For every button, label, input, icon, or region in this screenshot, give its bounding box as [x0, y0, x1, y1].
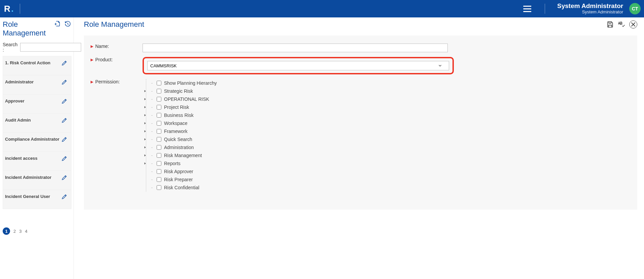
name-input[interactable] [143, 44, 448, 52]
tree-connector: ··· [149, 81, 154, 85]
user-role: System Administrator [557, 10, 623, 14]
edit-icon[interactable] [61, 60, 68, 66]
product-select[interactable] [147, 61, 449, 70]
permission-node: ···Strategic Risk [144, 87, 217, 95]
edit-icon[interactable] [61, 98, 68, 104]
permission-node: ···Reports [144, 159, 217, 167]
role-item[interactable]: 1. Risk Control Action [3, 56, 71, 75]
permission-label: Business Risk [164, 113, 194, 118]
logo-letter: R [4, 4, 10, 14]
role-item[interactable]: Administrator [3, 75, 71, 94]
role-item-label: Incident General User [5, 194, 50, 199]
expand-caret-icon[interactable] [144, 114, 147, 117]
edit-icon[interactable] [61, 79, 68, 85]
permission-checkbox[interactable] [157, 145, 161, 150]
permission-checkbox[interactable] [157, 137, 161, 142]
tree-connector: ··· [149, 113, 154, 118]
permission-node: ···Workspace [144, 119, 217, 127]
permission-tree: ···Show Planning Hierarchy···Strategic R… [144, 79, 217, 192]
tree-connector: ··· [149, 161, 154, 166]
save-icon[interactable] [606, 21, 614, 28]
permission-node: ···Framework [144, 127, 217, 135]
tree-connector: ··· [149, 89, 154, 93]
page-title: Role Management [84, 20, 144, 29]
permission-label: Framework [164, 129, 187, 134]
expand-caret-icon[interactable] [144, 90, 147, 92]
permission-label: Risk Preparer [164, 177, 193, 182]
role-item[interactable]: Audit Admin [3, 114, 71, 133]
role-list: 1. Risk Control ActionAdministratorAppro… [3, 56, 71, 209]
permission-node: ···Administration [144, 143, 217, 151]
permission-checkbox[interactable] [157, 81, 161, 85]
role-item-label: Audit Admin [5, 118, 31, 123]
permission-label: Risk Confidential [164, 185, 199, 190]
expand-caret-icon[interactable] [144, 138, 147, 141]
tree-connector: ··· [149, 185, 154, 190]
role-item-label: 1. Risk Control Action [5, 60, 50, 65]
permission-checkbox[interactable] [157, 153, 161, 158]
role-item-label: Administrator [5, 79, 34, 84]
expand-caret-icon[interactable] [144, 162, 147, 165]
permission-label: Reports [164, 161, 180, 166]
permission-node: ···Risk Management [144, 151, 217, 159]
edit-icon[interactable] [61, 136, 68, 143]
permission-checkbox[interactable] [157, 89, 161, 93]
permission-checkbox[interactable] [157, 185, 161, 190]
permission-node: ···Risk Confidential [144, 184, 217, 192]
expand-caret-icon[interactable] [144, 122, 147, 125]
logo-dot: . [11, 4, 14, 14]
role-item[interactable]: Incident Administrator [3, 171, 71, 190]
tree-connector: ··· [149, 177, 154, 182]
expand-caret-icon[interactable] [144, 98, 147, 100]
pager-page[interactable]: 2 [13, 229, 16, 234]
pager-page[interactable]: 3 [19, 229, 21, 234]
role-item[interactable]: Incident General User [3, 190, 71, 209]
permission-checkbox[interactable] [157, 105, 161, 110]
new-role-icon[interactable] [53, 20, 61, 27]
expand-caret-icon[interactable] [144, 154, 147, 157]
pager-page[interactable]: 4 [25, 229, 27, 234]
menu-icon[interactable] [522, 4, 533, 13]
edit-icon[interactable] [61, 193, 68, 200]
permission-checkbox[interactable] [157, 97, 161, 101]
history-icon[interactable] [64, 20, 71, 27]
role-item[interactable]: Compliance Administrator [3, 133, 71, 152]
edit-icon[interactable] [61, 155, 68, 162]
sidebar: Role Management [0, 17, 74, 279]
expand-caret-icon[interactable] [144, 130, 147, 133]
permission-label: Administration [164, 145, 194, 150]
permission-node: ···Show Planning Hierarchy [144, 79, 217, 87]
expand-caret-icon[interactable] [144, 106, 147, 109]
permission-label: Risk Management [164, 153, 202, 158]
role-item[interactable]: incident access [3, 152, 71, 171]
sidebar-title: Role Management [3, 20, 50, 38]
pager: 1 2 3 4 [3, 227, 28, 235]
permission-checkbox[interactable] [157, 161, 161, 166]
tree-connector: ··· [149, 137, 154, 142]
edit-icon[interactable] [61, 117, 68, 124]
permission-checkbox[interactable] [157, 169, 161, 174]
user-block[interactable]: System Administrator System Administrato… [557, 3, 623, 14]
user-name: System Administrator [557, 3, 623, 10]
avatar[interactable]: CT [629, 3, 641, 14]
permission-node: ···Risk Preparer [144, 176, 217, 184]
role-item[interactable]: Approver [3, 94, 71, 114]
tree-connector: ··· [149, 153, 154, 158]
permission-checkbox[interactable] [157, 129, 161, 134]
tree-connector: ··· [149, 129, 154, 134]
divider [20, 4, 20, 14]
permission-checkbox[interactable] [157, 121, 161, 126]
spellcheck-icon[interactable] [618, 21, 625, 28]
tree-connector: ··· [149, 97, 154, 101]
close-icon[interactable] [629, 20, 637, 28]
role-item-label: Compliance Administrator [5, 137, 59, 142]
edit-icon[interactable] [61, 174, 68, 181]
permission-checkbox[interactable] [157, 177, 161, 182]
search-input[interactable] [20, 43, 81, 52]
pager-current[interactable]: 1 [3, 227, 10, 235]
role-item-label: Approver [5, 98, 24, 103]
permission-checkbox[interactable] [157, 113, 161, 118]
name-label: Name: [95, 44, 109, 49]
main: Role Management [74, 17, 644, 279]
expand-caret-icon[interactable] [144, 146, 147, 149]
